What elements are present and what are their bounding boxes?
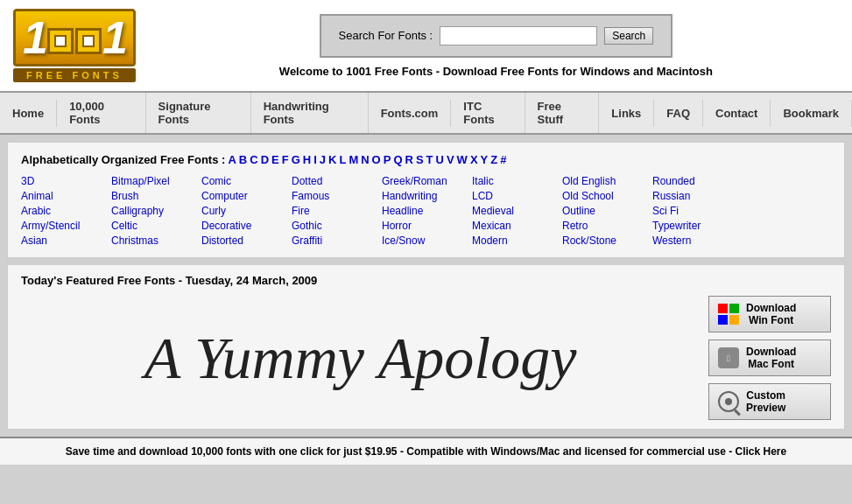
cat-arabic[interactable]: Arabic (21, 205, 109, 217)
cat-modern[interactable]: Modern (472, 234, 560, 247)
font-col-4: Dotted Famous Fire Gothic Graffiti (292, 175, 380, 247)
mac-icon:  (718, 347, 739, 368)
cat-bitmap[interactable]: Bitmap/Pixel (111, 175, 200, 187)
alpha-letter-Y[interactable]: Y (481, 153, 489, 166)
download-win-button[interactable]: DownloadWin Font (708, 296, 831, 332)
alpha-letter-T[interactable]: T (426, 153, 433, 166)
alpha-letter-J[interactable]: J (320, 153, 326, 166)
cat-outline[interactable]: Outline (562, 205, 651, 217)
cat-lcd[interactable]: LCD (472, 190, 560, 202)
navigation: Home 10,000 Fonts Signature Fonts Handwr… (0, 93, 852, 135)
nav-10k[interactable]: 10,000 Fonts (57, 93, 145, 133)
logo-subtitle: FREE FONTS (13, 68, 136, 82)
alpha-letter-B[interactable]: B (239, 153, 247, 166)
search-button[interactable]: Search (604, 27, 653, 45)
cat-greek[interactable]: Greek/Roman (382, 175, 470, 187)
cat-celtic[interactable]: Celtic (111, 220, 200, 232)
cat-handwriting[interactable]: Handwriting (382, 190, 470, 202)
alpha-letter-D[interactable]: D (261, 153, 269, 166)
nav-fontscom[interactable]: Fonts.com (369, 100, 452, 127)
download-buttons: DownloadWin Font  DownloadMac Font Cust… (708, 296, 831, 420)
alpha-letter-I[interactable]: I (313, 153, 317, 166)
alpha-letter-M[interactable]: M (349, 153, 358, 166)
alpha-letter-C[interactable]: C (250, 153, 257, 166)
nav-freestuff[interactable]: Free Stuff (525, 93, 600, 133)
cat-asian[interactable]: Asian (21, 234, 109, 247)
cat-dotted[interactable]: Dotted (292, 175, 380, 187)
font-col-1: 3D Animal Arabic Army/Stencil Asian (21, 175, 109, 247)
alpha-letter-O[interactable]: O (372, 153, 381, 166)
cat-italic[interactable]: Italic (472, 175, 560, 187)
cat-calligraphy[interactable]: Calligraphy (111, 205, 200, 217)
alpha-letter-S[interactable]: S (416, 153, 424, 166)
custom-preview-label: CustomPreview (746, 389, 785, 414)
cat-old-school[interactable]: Old School (562, 190, 651, 202)
nav-contact[interactable]: Contact (703, 100, 771, 127)
cat-3d[interactable]: 3D (21, 175, 109, 187)
alpha-letter-N[interactable]: N (361, 153, 369, 166)
font-col-8: Rounded Russian Sci Fi Typewriter Wester… (652, 175, 741, 247)
alpha-letter-A[interactable]: A (228, 153, 236, 166)
alpha-letter-P[interactable]: P (384, 153, 391, 166)
cat-animal[interactable]: Animal (21, 190, 109, 202)
cat-scifi[interactable]: Sci Fi (652, 205, 741, 217)
cat-rock[interactable]: Rock/Stone (562, 234, 651, 247)
search-box: Search For Fonts : Search (320, 14, 673, 58)
cat-graffiti[interactable]: Graffiti (292, 234, 380, 247)
alpha-letter-Q[interactable]: Q (393, 153, 402, 166)
nav-bookmark[interactable]: Bookmark (771, 100, 852, 127)
alpha-letter-R[interactable]: R (405, 153, 413, 166)
alpha-letter-G[interactable]: G (292, 153, 300, 166)
cat-russian[interactable]: Russian (652, 190, 741, 202)
cat-fire[interactable]: Fire (292, 205, 380, 217)
cat-retro[interactable]: Retro (562, 220, 651, 232)
nav-itc[interactable]: ITC Fonts (451, 93, 525, 133)
magnifier-icon (718, 391, 739, 412)
cat-army[interactable]: Army/Stencil (21, 220, 109, 232)
custom-preview-button[interactable]: CustomPreview (708, 383, 831, 420)
cat-comic[interactable]: Comic (201, 175, 290, 187)
search-area: Search For Fonts : Search Welcome to 100… (153, 14, 839, 78)
cat-christmas[interactable]: Christmas (111, 234, 200, 247)
cat-distorted[interactable]: Distorted (201, 234, 290, 247)
alpha-letter-E[interactable]: E (271, 153, 279, 166)
cat-gothic[interactable]: Gothic (292, 220, 380, 232)
cat-famous[interactable]: Famous (292, 190, 380, 202)
font-preview: A Yummy Apology (21, 305, 700, 410)
cat-horror[interactable]: Horror (382, 220, 470, 232)
nav-faq[interactable]: FAQ (654, 100, 703, 127)
nav-home[interactable]: Home (0, 100, 57, 127)
logo-area: 11 FREE FONTS (13, 9, 136, 82)
cat-computer[interactable]: Computer (201, 190, 290, 202)
alpha-letter-X[interactable]: X (470, 153, 478, 166)
cat-western[interactable]: Western (652, 234, 741, 247)
download-mac-button[interactable]:  DownloadMac Font (708, 340, 831, 376)
search-input[interactable] (440, 26, 597, 46)
cat-headline[interactable]: Headline (382, 205, 470, 217)
download-mac-label: DownloadMac Font (746, 346, 796, 370)
alpha-letter-Z[interactable]: Z (490, 153, 497, 166)
alpha-letter-W[interactable]: W (457, 153, 468, 166)
font-preview-text: A Yummy Apology (144, 324, 577, 393)
bottom-bar: Save time and download 10,000 fonts with… (0, 437, 852, 465)
cat-typewriter[interactable]: Typewriter (652, 220, 741, 232)
cat-decorative[interactable]: Decorative (201, 220, 290, 232)
nav-handwriting[interactable]: Handwriting Fonts (251, 93, 369, 133)
cat-mexican[interactable]: Mexican (472, 220, 560, 232)
nav-links[interactable]: Links (599, 100, 654, 127)
cat-brush[interactable]: Brush (111, 190, 200, 202)
alpha-letter-K[interactable]: K (328, 153, 336, 166)
alpha-letter-F[interactable]: F (282, 153, 289, 166)
cat-medieval[interactable]: Medieval (472, 205, 560, 217)
cat-ice[interactable]: Ice/Snow (382, 234, 470, 247)
alpha-letter-U[interactable]: U (436, 153, 444, 166)
alpha-letter-#[interactable]: # (500, 153, 506, 166)
cat-curly[interactable]: Curly (201, 205, 290, 217)
alpha-letter-V[interactable]: V (447, 153, 454, 166)
font-col-7: Old English Old School Outline Retro Roc… (562, 175, 651, 247)
nav-signature[interactable]: Signature Fonts (146, 93, 251, 133)
cat-old-english[interactable]: Old English (562, 175, 651, 187)
alpha-letter-H[interactable]: H (303, 153, 311, 166)
cat-rounded[interactable]: Rounded (652, 175, 741, 187)
alpha-letter-L[interactable]: L (339, 153, 346, 166)
